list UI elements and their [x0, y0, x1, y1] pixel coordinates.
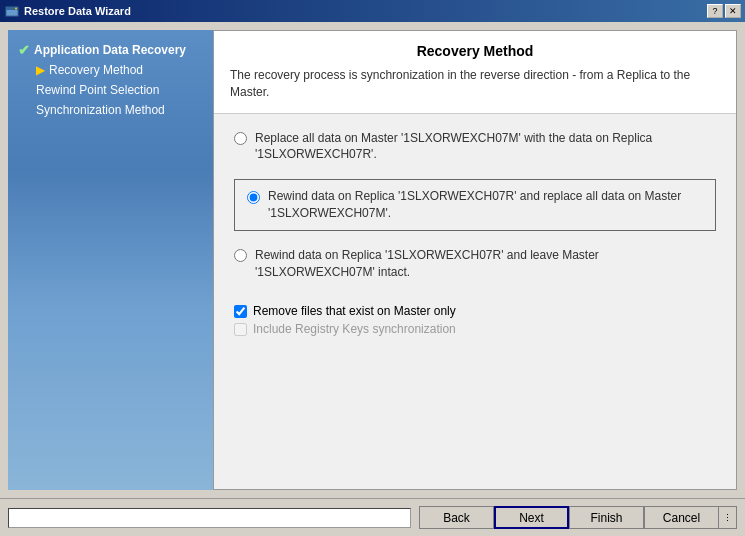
progress-bar [8, 508, 411, 528]
panel-content: Replace all data on Master '1SLXORWEXCH0… [214, 114, 736, 489]
sidebar-item-application-data-recovery: ✔ Application Data Recovery [16, 40, 205, 60]
title-bar-buttons: ? ✕ [707, 4, 741, 18]
svg-point-2 [15, 8, 17, 10]
title-bar-title: Restore Data Wizard [24, 5, 707, 17]
radio-opt1-label[interactable]: Replace all data on Master '1SLXORWEXCH0… [255, 130, 716, 164]
sidebar-sub-item-recovery-method: ▶ Recovery Method [16, 60, 205, 80]
radio-option-2-box: Rewind data on Replica '1SLXORWEXCH07R' … [234, 179, 716, 231]
radio-option-1: Replace all data on Master '1SLXORWEXCH0… [234, 130, 716, 164]
checkbox-section: Remove files that exist on Master only I… [234, 296, 716, 336]
bottom-bar: Back Next Finish Cancel ⋮ [0, 498, 745, 536]
arrow-icon: ▶ [36, 63, 45, 77]
radio-option-3: Rewind data on Replica '1SLXORWEXCH07R' … [234, 247, 716, 281]
back-button[interactable]: Back [419, 506, 494, 529]
title-bar-icon [4, 3, 20, 19]
radio-opt1[interactable] [234, 132, 247, 145]
finish-button[interactable]: Finish [569, 506, 644, 529]
sidebar-item-label: Application Data Recovery [34, 43, 186, 57]
next-button[interactable]: Next [494, 506, 569, 529]
title-bar: Restore Data Wizard ? ✕ [0, 0, 745, 22]
sidebar-sub-item-sync-method: Synchronization Method [16, 100, 205, 120]
sidebar-sub-item-rewind-label: Rewind Point Selection [36, 83, 159, 97]
content-area: ✔ Application Data Recovery ▶ Recovery M… [0, 22, 745, 498]
panel-description: The recovery process is synchronization … [230, 67, 720, 101]
help-button[interactable]: ? [707, 4, 723, 18]
checkbox-option-2: Include Registry Keys synchronization [234, 322, 716, 336]
check-icon: ✔ [18, 43, 30, 57]
checkbox-remove-files[interactable] [234, 305, 247, 318]
sidebar-sub-item-label: Recovery Method [49, 63, 143, 77]
bottom-buttons: Back Next Finish Cancel ⋮ [419, 506, 737, 529]
radio-opt3-label[interactable]: Rewind data on Replica '1SLXORWEXCH07R' … [255, 247, 716, 281]
panel-header: Recovery Method The recovery process is … [214, 31, 736, 114]
separator-icon: ⋮ [719, 506, 737, 529]
radio-opt2-label[interactable]: Rewind data on Replica '1SLXORWEXCH07R' … [268, 188, 703, 222]
right-panel: Recovery Method The recovery process is … [213, 30, 737, 490]
sidebar: ✔ Application Data Recovery ▶ Recovery M… [8, 30, 213, 490]
window-body: ✔ Application Data Recovery ▶ Recovery M… [0, 22, 745, 536]
radio-opt2[interactable] [247, 191, 260, 204]
checkbox-option-1: Remove files that exist on Master only [234, 304, 716, 318]
close-button[interactable]: ✕ [725, 4, 741, 18]
checkbox-remove-files-label[interactable]: Remove files that exist on Master only [253, 304, 456, 318]
radio-opt3[interactable] [234, 249, 247, 262]
sidebar-sub-item-rewind-point: Rewind Point Selection [16, 80, 205, 100]
cancel-button[interactable]: Cancel [644, 506, 719, 529]
sidebar-sub-item-sync-label: Synchronization Method [36, 103, 165, 117]
checkbox-registry-keys-label: Include Registry Keys synchronization [253, 322, 456, 336]
panel-title: Recovery Method [230, 43, 720, 59]
checkbox-registry-keys [234, 323, 247, 336]
